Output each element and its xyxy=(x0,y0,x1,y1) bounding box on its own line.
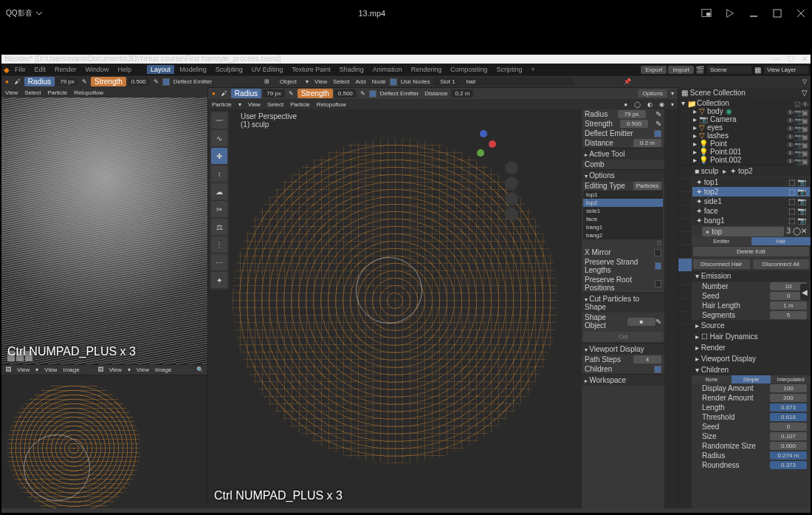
sys-bang2[interactable]: bang2 xyxy=(583,231,663,239)
particle2-menu-c[interactable]: Particle xyxy=(288,100,312,109)
sys-top1[interactable]: top1 xyxy=(583,191,663,199)
radius-value[interactable]: 79 px xyxy=(56,78,78,86)
tab-particle[interactable] xyxy=(678,259,692,272)
img-view1[interactable]: View xyxy=(15,366,32,374)
shading-mat-icon[interactable]: ◐ xyxy=(645,100,655,109)
tab-scripting[interactable]: Scripting xyxy=(492,65,526,74)
brush-strength-v[interactable]: 0.500 xyxy=(620,120,648,128)
delete-edit-button[interactable]: Delete Edit xyxy=(693,247,809,256)
ps-name-input[interactable]: ✦ top xyxy=(702,227,784,236)
camera-icon[interactable] xyxy=(505,192,518,205)
tab-texturepaint[interactable]: Texture Paint xyxy=(288,65,334,74)
particle-icon[interactable]: ● xyxy=(3,78,11,86)
tab-modeling[interactable]: Modeling xyxy=(176,65,210,74)
outliner-item-eyes[interactable]: ▸▽eyes👁📷▣ xyxy=(680,123,809,132)
tab-rendering[interactable]: Rendering xyxy=(407,65,446,74)
view-menu-l[interactable]: View xyxy=(3,89,20,97)
radius-value-c[interactable]: 79 px xyxy=(263,89,285,98)
filter-icon[interactable]: ▽ xyxy=(802,89,808,97)
shape-obj-v[interactable]: ■ xyxy=(627,318,656,326)
editor-icon[interactable]: ⊞ xyxy=(262,78,272,86)
pip-icon[interactable] xyxy=(701,8,712,18)
export-button[interactable]: Export xyxy=(641,66,667,74)
radius-pressure-icon[interactable]: ✎ xyxy=(80,78,89,86)
tab-shading[interactable]: Shading xyxy=(336,65,368,74)
emission-segments-v[interactable]: 5 xyxy=(770,311,807,319)
tab-uvediting[interactable]: UV Editing xyxy=(248,65,287,74)
blender-max-icon[interactable]: ☐ xyxy=(788,55,794,64)
tab-material[interactable] xyxy=(678,312,692,325)
menu-edit[interactable]: Edit xyxy=(31,65,50,74)
blender-logo-icon[interactable]: ◆ xyxy=(4,66,10,74)
zoom-icon[interactable] xyxy=(505,161,518,174)
left-viewport[interactable]: Ctrl NUMPAD_PLUS x 3 xyxy=(1,98,207,364)
add-menu[interactable]: Add xyxy=(353,78,368,86)
ps-tab-hair[interactable]: Hair xyxy=(751,237,811,245)
children-tab-interpolated[interactable]: Interpolated xyxy=(771,375,811,383)
minimize-icon[interactable] xyxy=(749,8,759,18)
editing-type-v[interactable]: Particles xyxy=(633,182,661,190)
child-length-v[interactable]: 0.873 xyxy=(770,403,807,412)
persp-toggle-icon[interactable] xyxy=(505,208,518,221)
child-threshold-v[interactable]: 0.618 xyxy=(770,413,807,421)
tab-output[interactable] xyxy=(678,179,692,192)
children-check[interactable] xyxy=(654,366,661,373)
pan-icon[interactable] xyxy=(505,177,518,190)
eyedropper-icon[interactable]: ✎ xyxy=(656,318,661,326)
zoom-icon[interactable]: 🔍 xyxy=(194,366,206,374)
slot-select[interactable]: Slot 1 xyxy=(433,78,461,86)
panel-workspace[interactable]: ▸ Workspace xyxy=(582,374,664,386)
scene-collection-label[interactable]: Scene Collection xyxy=(690,89,746,97)
outliner-collection[interactable]: ▾📁Collection ☑👁 xyxy=(680,99,809,107)
img-editor-icon[interactable]: 🖼 xyxy=(3,366,13,374)
particle-icon-c[interactable]: ● xyxy=(210,89,218,98)
panel-vp-display[interactable]: ▾ Viewport Display xyxy=(582,343,664,355)
child-randsize-v[interactable]: 0.000 xyxy=(770,442,807,450)
tab-viewlayer[interactable] xyxy=(678,192,692,205)
outliner-item-lashes[interactable]: ▸▽lashes👁📷▣ xyxy=(680,132,809,140)
material-input[interactable]: hair xyxy=(463,78,574,86)
tool-8[interactable]: ⋮ xyxy=(211,236,227,253)
tab-data[interactable] xyxy=(678,299,692,312)
tab-modifier[interactable] xyxy=(678,245,692,259)
tool-9[interactable]: ⋯ xyxy=(211,254,227,270)
brush-distance-v[interactable]: 0.2 m xyxy=(633,139,661,147)
ps-fake-user[interactable]: ◯ xyxy=(793,227,801,236)
display-amt-v[interactable]: 100 xyxy=(770,384,807,392)
view-menu-c[interactable]: View xyxy=(246,100,263,109)
menu-render[interactable]: Render xyxy=(51,65,80,74)
tab-compositing[interactable]: Compositing xyxy=(447,65,491,74)
strength-value[interactable]: 0.500 xyxy=(128,78,150,86)
radius-label-c[interactable]: Radius xyxy=(231,89,261,98)
panel-options[interactable]: ▾ Options xyxy=(582,169,664,181)
cut-button[interactable]: Cut xyxy=(583,332,663,341)
xmirror-check[interactable] xyxy=(654,249,661,256)
distance-value-c[interactable]: 0.2 m xyxy=(451,89,473,98)
filter-icon[interactable]: ▽ xyxy=(800,78,809,86)
shading-render-icon[interactable]: ◉ xyxy=(657,100,667,109)
panel-active-tool[interactable]: ▸ Active Tool xyxy=(582,148,664,160)
deflect-check[interactable] xyxy=(162,78,170,86)
tab-layout[interactable]: Layout xyxy=(147,65,174,74)
ps-top2[interactable]: ✦ top2⬚ 📷 xyxy=(692,187,810,197)
outliner-item-point002[interactable]: ▸💡Point.002👁📷▣ xyxy=(680,156,809,164)
select-menu-l[interactable]: Select xyxy=(22,89,43,97)
list-handle[interactable]: ⠿ xyxy=(582,239,664,248)
brush-radius-v[interactable]: 79 px xyxy=(618,110,646,118)
collapse-handle[interactable]: ◀ xyxy=(800,284,809,300)
tab-animation[interactable]: Animation xyxy=(369,65,406,74)
brush-icon[interactable]: 🖌 xyxy=(13,78,23,86)
strength-label-c[interactable]: Strength xyxy=(297,89,333,98)
particle-mode-c[interactable]: Particle xyxy=(210,100,234,109)
sys-bang1[interactable]: bang1 xyxy=(583,223,663,231)
panel-children[interactable]: ▾ Children xyxy=(692,364,811,375)
child-size-v[interactable]: 0.107 xyxy=(770,432,807,440)
nav-gizmo[interactable] xyxy=(469,130,496,157)
center-viewport[interactable]: 〰 ∿ ✚ ↕ ☁ ✂ ⚖ ⋮ ⋯ ✦ User Perspective (1)… xyxy=(208,109,582,508)
disconnect-hair-button[interactable]: Disconnect Hair xyxy=(693,259,750,269)
panel-vpdisp[interactable]: ▸ Viewport Display xyxy=(692,353,811,364)
emission-hairlen-v[interactable]: 1 m xyxy=(770,301,807,310)
panel-source[interactable]: ▸ Source xyxy=(692,320,811,331)
tool-cut[interactable]: ✂ xyxy=(211,201,227,217)
tool-add[interactable]: ✚ xyxy=(211,148,227,164)
